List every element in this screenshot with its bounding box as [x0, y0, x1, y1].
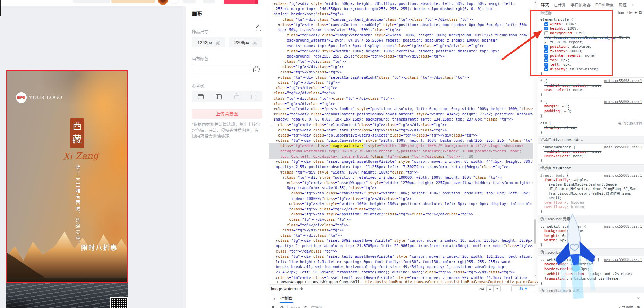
css-property[interactable]: overflow-x: hidden; [540, 200, 642, 205]
close-icon[interactable]: ✕ [637, 296, 641, 301]
scrollbar-thumb[interactable] [534, 219, 536, 244]
css-property[interactable]: display: block; [540, 125, 642, 130]
styles-filter-button[interactable]: ⧉ [639, 10, 642, 15]
property-checkbox[interactable] [544, 27, 548, 30]
dom-tree-row[interactable]: class="tg"><divclass="tg">>class="tg"></… [274, 96, 527, 101]
trash-icon[interactable] [251, 95, 256, 99]
dom-tree-row[interactable]: index: 100000;"class="tg">>class="tg"></… [274, 196, 527, 201]
styles-filter-placeholder[interactable]: 筛选器 [540, 10, 552, 15]
help-button[interactable] [170, 0, 179, 4]
search-next-button[interactable]: ▼ [493, 285, 501, 292]
css-property[interactable]: pointer-events: none; [540, 53, 642, 58]
avatar[interactable] [158, 0, 168, 5]
dom-tree-row[interactable]: 27.4622px; left: 58.5994px; transform: r… [274, 270, 527, 275]
dom-tree-row[interactable]: top: 0px;left: 0px;display: inline-block… [269, 154, 533, 159]
dom-tree-row[interactable]: class="tg"></divclass="tg">> [274, 64, 527, 69]
dom-tree-row[interactable]: class="tg"><div class="auxiliaryLine"cla… [274, 127, 527, 133]
breadcrumb-item[interactable]: div.canvasContent.posistionBoxCanvasCont… [405, 280, 504, 284]
css-property[interactable]: left: 0px; [540, 62, 642, 67]
property-checkbox[interactable] [544, 22, 548, 26]
styles-tab-1[interactable]: 样式 [541, 0, 549, 9]
edit-icon[interactable] [256, 26, 261, 31]
dom-tree-row[interactable]: class="tg"></divclass="tg">> [274, 217, 527, 222]
dom-tree-row[interactable]: ▶class="tg"><div style="width: 100%; hei… [274, 201, 527, 206]
dom-tree-row[interactable]: class="tg"></divclass="tg">> [274, 90, 527, 96]
css-property[interactable]: user-select: none; [540, 154, 642, 158]
styles-filter-button[interactable]: :hov [617, 10, 624, 15]
clear-console-icon[interactable]: ⊘ [280, 305, 284, 308]
save-button[interactable] [224, 0, 255, 4]
dom-tree-row[interactable]: class="tg"></divclass="tg">> [274, 233, 527, 238]
search-prev-button[interactable]: ▲ [486, 285, 493, 292]
styles-tab-5[interactable]: 属性 [619, 2, 627, 7]
dom-tree-row[interactable]: ▶class="tg"><div class="asset text4 asse… [274, 275, 527, 279]
property-checkbox[interactable] [544, 63, 548, 67]
css-property[interactable]: background: url( [540, 31, 642, 35]
dom-tree-row[interactable]: class="tg"><div class="relineContent"cla… [274, 122, 527, 127]
css-source-link[interactable]: main.cc55008.css:1 [604, 257, 642, 262]
dom-tree-row[interactable]: class="tg"><div class="collaborative-use… [274, 133, 527, 138]
css-property[interactable]: position: absolute; [540, 44, 642, 49]
dom-tree-row[interactable]: opacity: 2.55; position: absolute; top: … [274, 164, 527, 169]
dom-tree-row[interactable]: 0px; transform: scale(0.35);"class="tg">… [274, 185, 527, 191]
save-dropdown[interactable] [255, 0, 258, 4]
css-property[interactable]: -webkit-user-select: none; [540, 83, 642, 88]
lock-icon[interactable] [234, 95, 239, 99]
dom-tree-row[interactable]: class="tg"><div class="image-watermark" … [269, 143, 533, 148]
context-selector[interactable]: top ▼ [291, 306, 300, 308]
palette-icon[interactable] [253, 66, 260, 72]
dom-tree-row[interactable]: opacity: 1; position: absolute; top: 21.… [274, 243, 527, 248]
css-source-link[interactable]: main.cc55008.css:1 [604, 99, 642, 104]
dom-tree-row[interactable]: class="tg"><div class="canvasMask" style… [274, 191, 527, 196]
dom-tree-row[interactable]: ▼class="tg"><div class="paintCanvaStyle"… [274, 138, 527, 143]
css-property[interactable]: z-index: 10000; [540, 49, 642, 53]
css-source-link[interactable]: main.cc55008.css:1 [604, 173, 642, 178]
property-checkbox[interactable] [544, 31, 548, 35]
styles-tab-3[interactable]: 事件侦听器 [571, 2, 591, 7]
dom-tree-row[interactable]: ▼class="tg"><div class="asset image1 ass… [274, 159, 527, 164]
css-property[interactable]: top: 0px; [540, 58, 642, 62]
search-input[interactable] [271, 287, 479, 291]
dom-tree-row[interactable]: ▼class="tg"><div style="width: 100%; hei… [274, 170, 527, 175]
dom-tree-row[interactable]: sizing: border-box;"class="tg">> [274, 11, 527, 17]
css-property[interactable]: height: 100%; [540, 26, 642, 31]
property-checkbox[interactable] [544, 45, 548, 49]
dom-tree-row[interactable]: break: break-all; writing-mode: horizont… [274, 264, 527, 270]
elements-tree[interactable]: ▼class="tg"><div style="width: 506px; he… [269, 0, 538, 279]
dom-tree-row[interactable]: background_watermark1.svg") 0% 0% / 55.5… [274, 38, 527, 43]
breadcrumb-item[interactable]: … [270, 280, 274, 284]
scroll-down-icon[interactable]: ▼ [533, 274, 538, 276]
css-property[interactable]: margin: ▶ 0; [540, 104, 642, 109]
styles-tab-6[interactable]: » [632, 2, 634, 7]
poster-canvas[interactable]: 图怪兽 YOUR LOGO 西藏 Xi Zang 除了天堂唯有西藏，洗涤灵魂。 … [6, 70, 128, 308]
width-field[interactable]: 1242px宽 [192, 37, 225, 47]
vertical-guide-icon[interactable] [216, 94, 222, 99]
cancel-button[interactable]: 取消 [511, 285, 535, 292]
console-filter-placeholder[interactable]: 筛选器 [311, 305, 323, 308]
dom-tree-row[interactable]: ▼class="tg"><div style="position: relati… [274, 175, 527, 180]
css-property[interactable]: / 79.6813% repeat; [540, 40, 642, 44]
css-property[interactable]: font-family: -apple-system,BlinkMacSyste… [540, 178, 642, 200]
dom-tree-row[interactable]: -253px; margin-top: -140.556px; backgrou… [274, 6, 527, 11]
dom-tree-row[interactable]: ▶class="tg"><div class="asset SVG2 asset… [274, 238, 527, 243]
dom-tree-row[interactable]: ▶class="tg"><div class="selectCanvasArea… [274, 75, 527, 80]
css-property[interactable]: user-select: none; [540, 88, 642, 92]
dom-tree-row[interactable]: ▼class="tg"><div class="canvasContent po… [274, 112, 527, 117]
row-overflow-dots[interactable]: … [269, 122, 274, 126]
css-property[interactable]: -webkit-user-select: none; [540, 149, 642, 154]
css-property[interactable]: width: 6px; [540, 238, 642, 243]
dom-tree-row[interactable]: ▶class="tg"><div class="asset text3 asse… [274, 254, 527, 259]
dom-tree-row[interactable]: class="tg"></divclass="tg">> [274, 101, 527, 106]
breadcrumb-item[interactable]: canvasWrapper.canvasWrapperCanvasAll. [277, 280, 362, 284]
styles-tab-2[interactable]: 已计算 [554, 2, 566, 7]
canvas-workspace[interactable]: 图怪兽 YOUR LOGO 西藏 Xi Zang 除了天堂唯有西藏，洗涤灵魂。 … [0, 6, 186, 308]
property-checkbox[interactable] [544, 54, 548, 58]
dom-tree-row[interactable]: class="tg"></divclass="tg">> [274, 249, 527, 254]
settings-gear-icon[interactable]: ⚙ [636, 305, 641, 308]
dom-tree-row[interactable]: background_watermark1.svg") 0% 0% / 79.6… [269, 149, 533, 154]
console-sidebar-icon[interactable] [272, 306, 276, 308]
css-property[interactable]: display: inline-block; [540, 67, 642, 71]
dom-tree-row[interactable]: left; line-height: 1.3; letter-spacing: … [274, 259, 527, 264]
dom-tree-row[interactable]: class="tg"></divclass="tg">> [274, 59, 527, 64]
dom-tree-row[interactable]: background: rgb(255, 255, 255);"class="t… [274, 54, 527, 59]
